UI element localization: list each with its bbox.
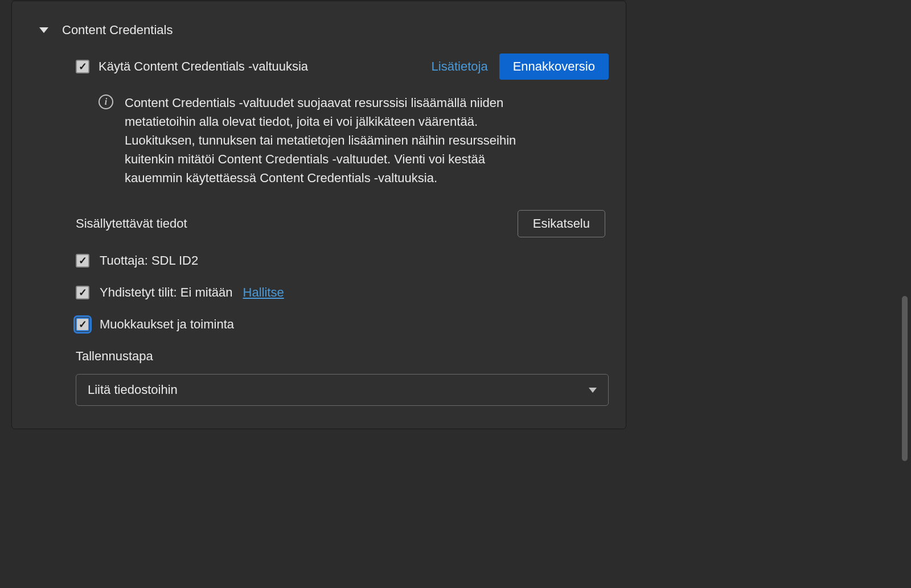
section-body: ✓ Käytä Content Credentials -valtuuksia … xyxy=(29,54,609,406)
info-block: i Content Credentials -valtuudet suojaav… xyxy=(76,93,609,187)
more-info-link[interactable]: Lisätietoja xyxy=(432,59,488,74)
info-text: Content Credentials -valtuudet suojaavat… xyxy=(125,93,546,187)
enable-label: Käytä Content Credentials -valtuuksia xyxy=(99,59,308,74)
dropdown-value: Liitä tiedostoihin xyxy=(88,383,178,397)
edits-activity-checkbox[interactable]: ✓ xyxy=(76,318,89,331)
chevron-down-icon xyxy=(39,27,48,33)
included-info-header-row: Sisällytettävät tiedot Esikatselu xyxy=(76,210,609,237)
storage-method-label: Tallennustapa xyxy=(76,349,609,364)
content-credentials-panel: Content Credentials ✓ Käytä Content Cred… xyxy=(11,1,626,429)
scrollbar-thumb[interactable] xyxy=(902,296,908,461)
connected-accounts-row: ✓ Yhdistetyt tilit: Ei mitään Hallitse xyxy=(76,285,609,300)
checkmark-icon: ✓ xyxy=(79,256,87,266)
preview-badge-button[interactable]: Ennakkoversio xyxy=(499,54,609,80)
manage-link[interactable]: Hallitse xyxy=(243,285,284,300)
producer-label: Tuottaja: SDL ID2 xyxy=(100,253,198,268)
scrollbar[interactable] xyxy=(902,0,908,461)
section-title: Content Credentials xyxy=(62,23,173,38)
checkmark-icon: ✓ xyxy=(79,61,87,72)
info-icon: i xyxy=(99,94,113,109)
enable-row: ✓ Käytä Content Credentials -valtuuksia … xyxy=(76,54,609,80)
connected-accounts-label: Yhdistetyt tilit: Ei mitään xyxy=(100,285,233,300)
preview-button[interactable]: Esikatselu xyxy=(518,210,605,237)
producer-checkbox[interactable]: ✓ xyxy=(76,254,89,268)
edits-activity-label: Muokkaukset ja toiminta xyxy=(100,317,234,332)
enable-content-credentials-checkbox[interactable]: ✓ xyxy=(76,60,89,73)
producer-row: ✓ Tuottaja: SDL ID2 xyxy=(76,253,609,268)
edits-activity-row: ✓ Muokkaukset ja toiminta xyxy=(76,317,609,332)
chevron-down-icon xyxy=(589,388,597,393)
checkmark-icon: ✓ xyxy=(79,287,87,298)
connected-accounts-checkbox[interactable]: ✓ xyxy=(76,286,89,299)
checkmark-icon: ✓ xyxy=(79,319,87,330)
storage-method-dropdown[interactable]: Liitä tiedostoihin xyxy=(76,374,609,406)
section-header[interactable]: Content Credentials xyxy=(29,23,609,38)
included-info-heading: Sisällytettävät tiedot xyxy=(76,216,187,231)
